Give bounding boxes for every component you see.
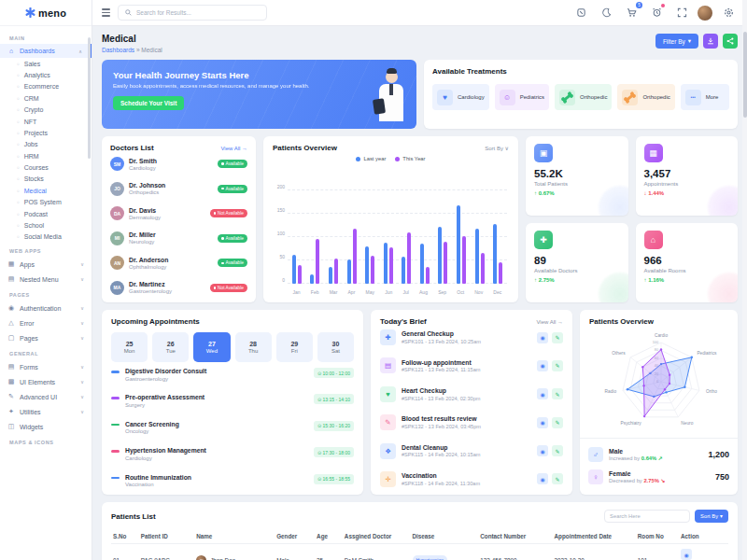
view-button[interactable]: ◉ <box>537 417 548 428</box>
sidebar-subitem-ecommerce[interactable]: ○Ecommerce <box>17 81 92 92</box>
sidebar-subitem-hrm[interactable]: ○HRM <box>17 150 92 161</box>
notifications-icon[interactable] <box>647 4 666 22</box>
appointment-row[interactable]: Cancer ScreeningOncology⊙ 15:30 - 16:20 <box>111 421 354 435</box>
doctor-row[interactable]: ANDr. AndersonOphthalmologyAvailable <box>110 256 247 270</box>
bar[interactable] <box>438 227 442 285</box>
global-search[interactable] <box>118 5 267 21</box>
doctor-row[interactable]: DADr. DavisDermatologyNot Available <box>110 206 247 220</box>
appointment-row[interactable]: Digestive Disorder ConsultGastroenterolo… <box>111 368 354 382</box>
day-chip-tue[interactable]: 26Tue <box>152 332 189 362</box>
edit-button[interactable]: ✎ <box>552 473 563 484</box>
view-button[interactable]: ◉ <box>537 360 548 371</box>
view-button[interactable]: ◉ <box>537 332 548 343</box>
user-avatar[interactable] <box>698 6 712 21</box>
bar[interactable] <box>310 274 314 284</box>
sidebar-subitem-crypto[interactable]: ○Crypto <box>17 105 92 116</box>
sidebar-item-dashboards[interactable]: ⌂Dashboards∧ <box>0 44 92 58</box>
sidebar-subitem-medical[interactable]: ○Medical <box>17 185 92 196</box>
table-search-input[interactable] <box>610 513 684 519</box>
table-column-header[interactable]: Patient ID <box>139 529 194 544</box>
doctors-view-all-link[interactable]: View All → <box>220 146 247 151</box>
sidebar-subitem-jobs[interactable]: ○Jobs <box>17 139 92 150</box>
appointment-row[interactable]: Hypertension ManagementCardiology⊙ 17:30… <box>111 447 354 461</box>
bar[interactable] <box>298 265 302 284</box>
bar[interactable] <box>365 246 369 284</box>
sidebar-scrollbar[interactable] <box>88 37 91 159</box>
table-sort-button[interactable]: Sort By▾ <box>695 510 728 523</box>
search-input[interactable] <box>136 9 260 16</box>
table-column-header[interactable]: Action <box>679 529 728 544</box>
bar[interactable] <box>334 259 338 284</box>
day-chip-mon[interactable]: 25Mon <box>111 332 148 362</box>
bar[interactable] <box>481 253 485 284</box>
table-column-header[interactable]: Appointmented Date <box>553 529 636 544</box>
doctor-row[interactable]: MIDr. MillerNeurologyAvailable <box>110 231 247 245</box>
page-scrollbar[interactable] <box>742 0 747 560</box>
bar[interactable] <box>292 255 296 285</box>
bar[interactable] <box>493 224 497 284</box>
view-button[interactable]: ◉ <box>537 473 548 484</box>
sidebar-item-advanced-ui[interactable]: ✎Advanced UI∨ <box>0 389 92 404</box>
sidebar-subitem-pos-system[interactable]: ○POS System <box>17 197 92 208</box>
sidebar-item-ui-elements[interactable]: ▩UI Elements∨ <box>0 374 92 389</box>
edit-button[interactable]: ✎ <box>552 417 563 428</box>
appointment-row[interactable]: Pre-operative AssessmentSurgery⊙ 13:15 -… <box>111 394 354 408</box>
sidebar-item-pages[interactable]: ▢Pages∨ <box>0 330 92 345</box>
treatment-chip-orthopedic[interactable]: Orthopedic <box>617 84 674 110</box>
sidebar-item-error[interactable]: △Error∨ <box>0 315 92 330</box>
bar[interactable] <box>475 229 479 284</box>
bar[interactable] <box>353 229 357 284</box>
table-search[interactable] <box>604 510 690 523</box>
day-chip-thu[interactable]: 28Thu <box>235 332 272 362</box>
edit-button[interactable]: ✎ <box>552 445 563 456</box>
table-column-header[interactable]: Disease <box>411 529 479 544</box>
sidebar-subitem-podcast[interactable]: ○Podcast <box>17 208 92 219</box>
bar[interactable] <box>384 243 388 285</box>
schedule-visit-button[interactable]: Schedule Your Visit <box>113 96 184 110</box>
table-column-header[interactable]: Room No <box>636 529 679 544</box>
sidebar-item-nested-menu[interactable]: ▤Nested Menu∨ <box>0 272 92 287</box>
bar[interactable] <box>444 242 447 284</box>
bar[interactable] <box>420 244 424 284</box>
appointment-row[interactable]: Routine ImmunizationVaccination⊙ 16:55 -… <box>111 474 354 488</box>
bar[interactable] <box>329 267 332 284</box>
sidebar-subitem-nft[interactable]: ○NFT <box>17 116 92 127</box>
bar[interactable] <box>457 205 460 284</box>
edit-button[interactable]: ✎ <box>552 332 563 343</box>
breadcrumb-parent[interactable]: Dashboards <box>102 47 134 53</box>
table-column-header[interactable]: S.No <box>111 529 139 544</box>
sidebar-subitem-crm[interactable]: ○CRM <box>17 92 92 104</box>
doctor-row[interactable]: SMDr. SmithCardiologyAvailable <box>110 157 247 171</box>
sidebar-item-forms[interactable]: ▤Forms∨ <box>0 359 92 374</box>
sidebar-subitem-projects[interactable]: ○Projects <box>17 127 92 138</box>
cart-icon[interactable]: 5 <box>622 4 641 22</box>
bar[interactable] <box>347 259 351 284</box>
sidebar-item-apps[interactable]: ▦Apps∨ <box>0 257 92 272</box>
row-view-button[interactable]: ◉ <box>681 549 692 560</box>
sidebar-subitem-sales[interactable]: ○Sales <box>17 58 92 69</box>
bar[interactable] <box>426 267 430 284</box>
bar[interactable] <box>499 262 502 284</box>
table-column-header[interactable]: Contact Number <box>478 529 552 544</box>
sidebar-subitem-stocks[interactable]: ○Stocks <box>17 174 92 185</box>
bar[interactable] <box>462 236 466 285</box>
share-button[interactable] <box>723 34 738 49</box>
filter-by-button[interactable]: Filter By▾ <box>655 34 698 49</box>
dark-mode-moon-icon[interactable] <box>597 4 615 22</box>
table-row[interactable]: 01PAC-9ABCJDJhon DoeMale25Dr.M.SmithHype… <box>111 544 728 560</box>
download-button[interactable] <box>703 34 718 49</box>
sidebar-subitem-analytics[interactable]: ○Analytics <box>17 69 92 80</box>
treatment-chip-more[interactable]: •••More <box>681 84 729 110</box>
treatment-chip-cardiology[interactable]: ♥Cardiology <box>432 84 489 110</box>
edit-button[interactable]: ✎ <box>552 360 563 371</box>
sidebar-item-widgets[interactable]: ◫Widgets <box>0 419 92 434</box>
day-chip-fri[interactable]: 29Fri <box>276 332 313 362</box>
day-chip-wed[interactable]: 27Wed <box>193 332 230 362</box>
edit-button[interactable]: ✎ <box>552 388 563 399</box>
gear-icon[interactable] <box>719 4 738 22</box>
fullscreen-icon[interactable] <box>672 4 691 22</box>
doctor-row[interactable]: JODr. JohnsonOrthopedicsAvailable <box>110 182 247 196</box>
bar[interactable] <box>389 247 393 285</box>
day-chip-sat[interactable]: 30Sat <box>317 332 354 362</box>
treatment-chip-orthopedic[interactable]: Orthopedic <box>555 84 612 110</box>
